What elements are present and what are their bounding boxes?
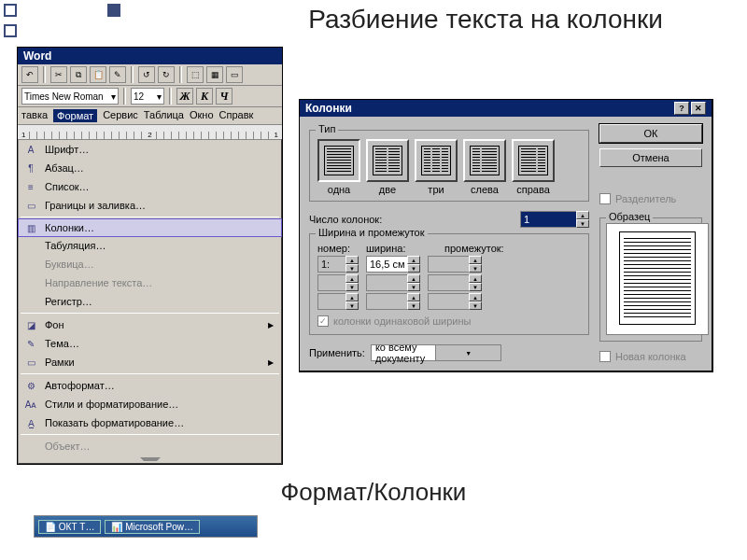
ok-button[interactable]: ОК [599, 124, 702, 143]
preset-cap-three: три [415, 184, 458, 195]
menu-theme[interactable]: ✎Тема… [19, 334, 281, 353]
numcols-spinner[interactable]: ▲▼ [520, 211, 589, 228]
preview-label: Образец [606, 211, 653, 222]
preset-cap-one: одна [317, 184, 360, 195]
dialog-titlebar: Колонки ? ✕ [300, 100, 712, 117]
menu-dropcap: Буквица… [19, 255, 281, 273]
bold-button[interactable]: Ж [176, 88, 193, 105]
width-row-3: ▲▼ ▲▼ ▲▼ [317, 293, 581, 310]
menu-frames[interactable]: ▭Рамки▶ [19, 353, 281, 371]
brush-icon[interactable]: ✎ [109, 66, 126, 83]
doc-icon[interactable]: ▭ [226, 66, 243, 83]
preset-two[interactable] [366, 139, 409, 182]
slide-caption: Формат/Колонки [187, 478, 560, 507]
help-icon[interactable]: ? [674, 102, 689, 115]
apply-label: Применить: [309, 347, 365, 358]
menu-borders[interactable]: ▭Границы и заливка… [19, 196, 281, 215]
preset-right[interactable] [512, 139, 555, 182]
word-titlebar: Word [18, 48, 282, 64]
width-group-label: Ширина и промежуток [316, 227, 428, 238]
apply-combo[interactable]: ко всему документу▼ [371, 344, 501, 361]
taskbar-item-1[interactable]: 📄 ОКТ Т… [38, 520, 101, 534]
menu-textdir: Направление текста… [19, 273, 281, 292]
menu-format[interactable]: Формат [53, 109, 97, 122]
preset-cap-right: справа [512, 184, 555, 195]
row1-width[interactable] [366, 256, 407, 273]
menu-help[interactable]: Справк [219, 109, 254, 122]
slide-title: Разбиение текста на колонки [289, 4, 682, 35]
undo-icon[interactable]: ↺ [138, 66, 155, 83]
word-menubar[interactable]: тавка Формат Сервис Таблица Окно Справк [18, 107, 282, 125]
menu-window[interactable]: Окно [190, 109, 214, 122]
underline-button[interactable]: Ч [216, 88, 233, 105]
redo-icon[interactable]: ↻ [158, 66, 175, 83]
menu-autoformat[interactable]: ⚙Автоформат… [19, 376, 281, 395]
preset-cap-left: слева [463, 184, 506, 195]
cancel-button[interactable]: Отмена [599, 148, 702, 167]
menu-reveal[interactable]: A̲Показать форматирование… [19, 413, 281, 432]
menu-tabs[interactable]: Табуляция… [19, 236, 281, 255]
row1-num [317, 256, 345, 273]
paste-icon[interactable]: 📋 [90, 66, 106, 83]
preset-left[interactable] [463, 139, 506, 182]
menu-font[interactable]: AШрифт… [19, 140, 281, 159]
menu-columns[interactable]: ▥Колонки… [18, 218, 282, 237]
col-w-head: ширина: [366, 243, 437, 254]
word-toolbar-1: ↶ ✂ ⧉ 📋 ✎ ↺ ↻ ⬚ ▦ ▭ [18, 64, 282, 86]
row1-gap [428, 256, 469, 273]
close-icon[interactable]: ✕ [691, 102, 706, 115]
columns-dialog: Колонки ? ✕ ОК Отмена Разделитель Образе… [299, 99, 713, 372]
numcols-label: Число колонок: [309, 214, 382, 225]
numcols-input[interactable] [520, 211, 576, 228]
col-g-head: промежуток: [444, 243, 515, 254]
italic-button[interactable]: К [196, 88, 213, 105]
preset-one[interactable] [317, 139, 360, 182]
separator-checkbox: Разделитель [599, 193, 702, 204]
menu-styles[interactable]: AᴀСтили и форматирование… [19, 395, 281, 413]
menu-case[interactable]: Регистр… [19, 292, 281, 311]
taskbar: 📄 ОКТ Т… 📊 Microsoft Pow… [34, 515, 258, 538]
type-group-label: Тип [316, 123, 338, 134]
toolbar-button[interactable]: ↶ [21, 66, 38, 83]
copy-icon[interactable]: ⧉ [70, 66, 87, 83]
width-row-2: ▲▼ ▲▼ ▲▼ [317, 274, 581, 291]
menu-object: Объект… [19, 437, 281, 455]
font-selector[interactable]: Times New Roman▾ [21, 88, 119, 105]
word-toolbar-2: Times New Roman▾ 12▾ Ж К Ч [18, 86, 282, 107]
format-dropdown: AШрифт… ¶Абзац… ≡Список… ▭Границы и зали… [18, 139, 282, 464]
menu-table[interactable]: Таблица [144, 109, 184, 122]
menu-expand[interactable] [19, 455, 281, 463]
size-selector[interactable]: 12▾ [131, 88, 164, 105]
preset-three[interactable] [415, 139, 458, 182]
preset-cap-two: две [366, 184, 409, 195]
menu-background[interactable]: ◪Фон▶ [19, 315, 281, 334]
newcolumn-checkbox: Новая колонка [599, 351, 702, 362]
width-row-1: ▲▼ ▲▼ ▲▼ [317, 256, 581, 273]
equal-width-checkbox: ✓колонки одинаковой ширины [317, 315, 581, 327]
cut-icon[interactable]: ✂ [50, 66, 67, 83]
taskbar-item-2[interactable]: 📊 Microsoft Pow… [105, 520, 200, 534]
menu-paragraph[interactable]: ¶Абзац… [19, 159, 281, 177]
menu-insert[interactable]: тавка [21, 109, 48, 122]
ruler: 121 [18, 125, 282, 140]
preview-box [606, 223, 709, 335]
word-window: Word ↶ ✂ ⧉ 📋 ✎ ↺ ↻ ⬚ ▦ ▭ Times New Roman… [17, 47, 283, 465]
col-num-head: номер: [317, 243, 359, 254]
menu-service[interactable]: Сервис [103, 109, 138, 122]
table-icon[interactable]: ▦ [206, 66, 223, 83]
menu-list[interactable]: ≡Список… [19, 177, 281, 196]
link-icon[interactable]: ⬚ [187, 66, 204, 83]
